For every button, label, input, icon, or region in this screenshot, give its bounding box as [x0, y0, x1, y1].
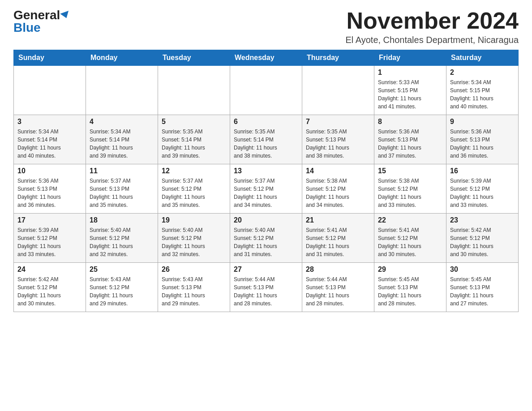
day-number: 3	[17, 118, 82, 126]
title-area: November 2024 El Ayote, Chontales Depart…	[345, 9, 519, 45]
calendar-cell: 15Sunrise: 5:38 AM Sunset: 5:12 PM Dayli…	[374, 164, 446, 214]
calendar-day-header: Monday	[86, 50, 158, 66]
calendar-cell: 8Sunrise: 5:36 AM Sunset: 5:13 PM Daylig…	[374, 115, 446, 164]
day-info: Sunrise: 5:40 AM Sunset: 5:12 PM Dayligh…	[90, 226, 154, 258]
day-info: Sunrise: 5:36 AM Sunset: 5:13 PM Dayligh…	[450, 128, 515, 160]
calendar-cell: 18Sunrise: 5:40 AM Sunset: 5:12 PM Dayli…	[86, 214, 158, 263]
calendar-table: SundayMondayTuesdayWednesdayThursdayFrid…	[13, 50, 519, 312]
calendar-cell	[230, 66, 302, 115]
calendar-cell: 3Sunrise: 5:34 AM Sunset: 5:14 PM Daylig…	[14, 115, 86, 164]
day-info: Sunrise: 5:36 AM Sunset: 5:13 PM Dayligh…	[378, 128, 442, 160]
day-info: Sunrise: 5:37 AM Sunset: 5:12 PM Dayligh…	[234, 177, 298, 209]
day-number: 5	[162, 118, 226, 126]
calendar-cell: 28Sunrise: 5:44 AM Sunset: 5:13 PM Dayli…	[302, 263, 374, 312]
day-info: Sunrise: 5:35 AM Sunset: 5:14 PM Dayligh…	[234, 128, 298, 160]
day-info: Sunrise: 5:41 AM Sunset: 5:12 PM Dayligh…	[306, 226, 370, 258]
calendar-week-row: 1Sunrise: 5:33 AM Sunset: 5:15 PM Daylig…	[14, 66, 519, 115]
day-info: Sunrise: 5:37 AM Sunset: 5:12 PM Dayligh…	[162, 177, 226, 209]
day-number: 24	[17, 265, 82, 274]
day-info: Sunrise: 5:45 AM Sunset: 5:13 PM Dayligh…	[450, 275, 515, 308]
calendar-cell	[302, 66, 374, 115]
day-number: 21	[306, 216, 370, 224]
logo-blue-text: Blue	[13, 21, 41, 34]
logo-general-text: General	[13, 9, 60, 21]
calendar-day-header: Saturday	[446, 50, 519, 66]
day-info: Sunrise: 5:36 AM Sunset: 5:13 PM Dayligh…	[17, 177, 82, 209]
calendar-cell: 4Sunrise: 5:34 AM Sunset: 5:14 PM Daylig…	[86, 115, 158, 164]
calendar-day-header: Thursday	[302, 50, 374, 66]
calendar-cell: 19Sunrise: 5:40 AM Sunset: 5:12 PM Dayli…	[158, 214, 230, 263]
day-number: 7	[306, 118, 370, 126]
day-info: Sunrise: 5:38 AM Sunset: 5:12 PM Dayligh…	[306, 177, 370, 209]
calendar-cell: 10Sunrise: 5:36 AM Sunset: 5:13 PM Dayli…	[14, 164, 86, 214]
day-info: Sunrise: 5:35 AM Sunset: 5:13 PM Dayligh…	[306, 128, 370, 160]
day-number: 23	[450, 216, 515, 224]
logo: General Blue	[13, 9, 70, 34]
day-number: 27	[234, 265, 298, 274]
day-number: 26	[162, 265, 226, 274]
day-info: Sunrise: 5:34 AM Sunset: 5:14 PM Dayligh…	[17, 128, 82, 160]
day-number: 15	[378, 167, 442, 175]
calendar-cell: 13Sunrise: 5:37 AM Sunset: 5:12 PM Dayli…	[230, 164, 302, 214]
day-info: Sunrise: 5:34 AM Sunset: 5:14 PM Dayligh…	[90, 128, 154, 160]
day-info: Sunrise: 5:42 AM Sunset: 5:12 PM Dayligh…	[450, 226, 515, 258]
calendar-cell: 14Sunrise: 5:38 AM Sunset: 5:12 PM Dayli…	[302, 164, 374, 214]
day-number: 12	[162, 167, 226, 175]
day-number: 8	[378, 118, 442, 126]
day-number: 28	[306, 265, 370, 274]
calendar-cell: 1Sunrise: 5:33 AM Sunset: 5:15 PM Daylig…	[374, 66, 446, 115]
calendar-cell	[158, 66, 230, 115]
calendar-cell: 30Sunrise: 5:45 AM Sunset: 5:13 PM Dayli…	[446, 263, 519, 312]
calendar-cell: 23Sunrise: 5:42 AM Sunset: 5:12 PM Dayli…	[446, 214, 519, 263]
calendar-cell: 24Sunrise: 5:42 AM Sunset: 5:12 PM Dayli…	[14, 263, 86, 312]
day-number: 29	[378, 265, 442, 274]
day-info: Sunrise: 5:44 AM Sunset: 5:13 PM Dayligh…	[234, 275, 298, 308]
calendar-cell	[14, 66, 86, 115]
day-info: Sunrise: 5:43 AM Sunset: 5:12 PM Dayligh…	[90, 275, 154, 308]
calendar-cell: 12Sunrise: 5:37 AM Sunset: 5:12 PM Dayli…	[158, 164, 230, 214]
calendar-day-header: Friday	[374, 50, 446, 66]
day-number: 18	[90, 216, 154, 224]
day-number: 13	[234, 167, 298, 175]
day-info: Sunrise: 5:38 AM Sunset: 5:12 PM Dayligh…	[378, 177, 442, 209]
calendar-cell: 21Sunrise: 5:41 AM Sunset: 5:12 PM Dayli…	[302, 214, 374, 263]
calendar-cell: 5Sunrise: 5:35 AM Sunset: 5:14 PM Daylig…	[158, 115, 230, 164]
day-info: Sunrise: 5:33 AM Sunset: 5:15 PM Dayligh…	[378, 78, 442, 111]
calendar-week-row: 17Sunrise: 5:39 AM Sunset: 5:12 PM Dayli…	[14, 214, 519, 263]
day-info: Sunrise: 5:42 AM Sunset: 5:12 PM Dayligh…	[17, 275, 82, 308]
day-info: Sunrise: 5:39 AM Sunset: 5:12 PM Dayligh…	[17, 226, 82, 258]
day-number: 4	[90, 118, 154, 126]
calendar-week-row: 10Sunrise: 5:36 AM Sunset: 5:13 PM Dayli…	[14, 164, 519, 214]
day-info: Sunrise: 5:41 AM Sunset: 5:12 PM Dayligh…	[378, 226, 442, 258]
calendar-cell: 7Sunrise: 5:35 AM Sunset: 5:13 PM Daylig…	[302, 115, 374, 164]
calendar-cell: 9Sunrise: 5:36 AM Sunset: 5:13 PM Daylig…	[446, 115, 519, 164]
month-title: November 2024	[345, 9, 519, 32]
calendar-cell: 29Sunrise: 5:45 AM Sunset: 5:13 PM Dayli…	[374, 263, 446, 312]
calendar-cell: 11Sunrise: 5:37 AM Sunset: 5:13 PM Dayli…	[86, 164, 158, 214]
calendar-cell: 16Sunrise: 5:39 AM Sunset: 5:12 PM Dayli…	[446, 164, 519, 214]
calendar-cell: 26Sunrise: 5:43 AM Sunset: 5:13 PM Dayli…	[158, 263, 230, 312]
day-info: Sunrise: 5:39 AM Sunset: 5:12 PM Dayligh…	[450, 177, 515, 209]
day-number: 16	[450, 167, 515, 175]
logo-triangle-icon	[60, 11, 71, 20]
day-info: Sunrise: 5:35 AM Sunset: 5:14 PM Dayligh…	[162, 128, 226, 160]
day-number: 11	[90, 167, 154, 175]
day-info: Sunrise: 5:44 AM Sunset: 5:13 PM Dayligh…	[306, 275, 370, 308]
day-number: 10	[17, 167, 82, 175]
day-info: Sunrise: 5:37 AM Sunset: 5:13 PM Dayligh…	[90, 177, 154, 209]
day-info: Sunrise: 5:34 AM Sunset: 5:15 PM Dayligh…	[450, 78, 515, 111]
day-number: 14	[306, 167, 370, 175]
day-info: Sunrise: 5:40 AM Sunset: 5:12 PM Dayligh…	[234, 226, 298, 258]
day-info: Sunrise: 5:45 AM Sunset: 5:13 PM Dayligh…	[378, 275, 442, 308]
calendar-cell: 27Sunrise: 5:44 AM Sunset: 5:13 PM Dayli…	[230, 263, 302, 312]
calendar-week-row: 24Sunrise: 5:42 AM Sunset: 5:12 PM Dayli…	[14, 263, 519, 312]
day-number: 20	[234, 216, 298, 224]
day-number: 17	[17, 216, 82, 224]
calendar-cell: 17Sunrise: 5:39 AM Sunset: 5:12 PM Dayli…	[14, 214, 86, 263]
calendar-cell: 6Sunrise: 5:35 AM Sunset: 5:14 PM Daylig…	[230, 115, 302, 164]
day-number: 30	[450, 265, 515, 274]
calendar-cell: 22Sunrise: 5:41 AM Sunset: 5:12 PM Dayli…	[374, 214, 446, 263]
day-number: 19	[162, 216, 226, 224]
day-number: 1	[378, 68, 442, 77]
calendar-cell: 20Sunrise: 5:40 AM Sunset: 5:12 PM Dayli…	[230, 214, 302, 263]
